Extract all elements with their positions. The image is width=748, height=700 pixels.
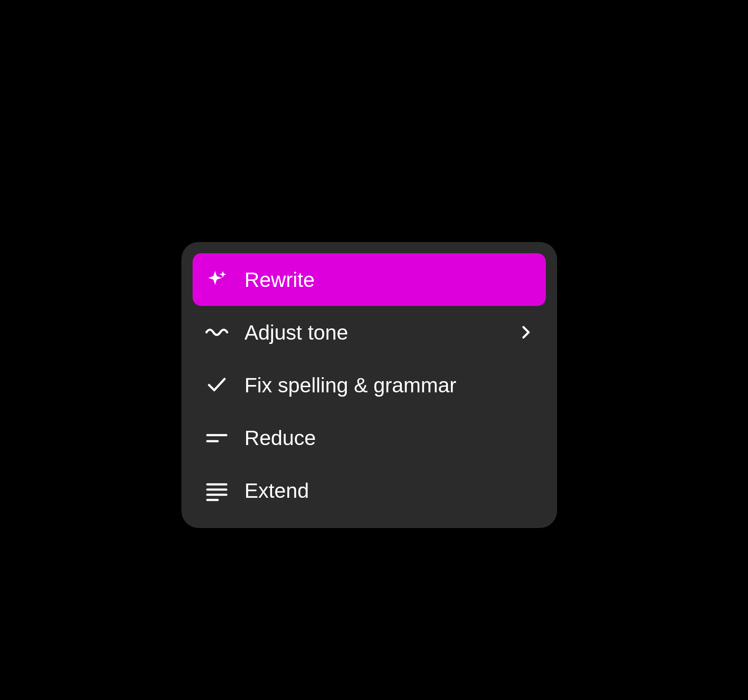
menu-item-label: Extend [244, 479, 534, 503]
context-menu: Rewrite Adjust tone Fix spelling & gramm… [181, 242, 557, 528]
menu-item-label: Adjust tone [244, 321, 518, 344]
reduce-icon [205, 426, 229, 450]
checkmark-icon [205, 373, 229, 397]
menu-item-label: Rewrite [244, 268, 534, 292]
menu-item-label: Reduce [244, 426, 534, 450]
wave-icon [205, 320, 229, 344]
menu-item-reduce[interactable]: Reduce [193, 411, 546, 464]
chevron-right-icon [518, 325, 534, 340]
menu-item-rewrite[interactable]: Rewrite [193, 253, 546, 306]
menu-item-extend[interactable]: Extend [193, 464, 546, 517]
extend-icon [205, 478, 229, 503]
menu-item-adjust-tone[interactable]: Adjust tone [193, 306, 546, 359]
sparkle-icon [205, 267, 229, 292]
menu-item-fix-spelling[interactable]: Fix spelling & grammar [193, 359, 546, 411]
menu-item-label: Fix spelling & grammar [244, 373, 534, 397]
